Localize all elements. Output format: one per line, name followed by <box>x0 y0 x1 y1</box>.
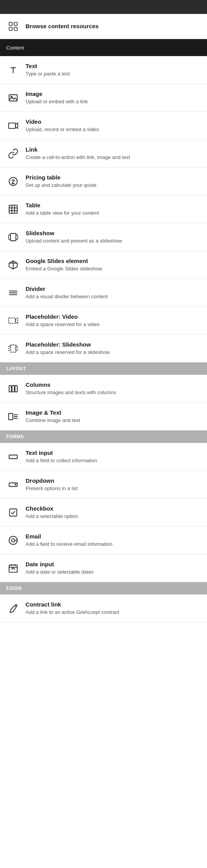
divider-item-subtitle: Add a visual divider between content <box>26 293 108 300</box>
slideshow-item-title: Slideshow <box>26 229 122 237</box>
google-slides-item-text: Google Slides element Embed a Google Sli… <box>26 257 102 273</box>
pricing-icon <box>6 174 20 188</box>
text-item[interactable]: Text Type or paste a text <box>0 56 207 84</box>
text-input-item-text: Text input Add a field to collect inform… <box>26 449 97 465</box>
pricing-table-item-title: Pricing table <box>26 174 97 181</box>
columns-item[interactable]: Columns Structure images and texts with … <box>0 375 207 403</box>
svg-rect-31 <box>12 385 14 391</box>
dropdown-item[interactable]: Dropdown Present options in a list <box>0 471 207 499</box>
svg-rect-43 <box>9 565 17 572</box>
svg-marker-26 <box>16 318 18 323</box>
dropdown-item-text: Dropdown Present options in a list <box>26 477 78 492</box>
google-slides-icon <box>6 258 20 272</box>
dropdown-icon <box>6 478 20 492</box>
date-input-item-subtitle: Add a date or selectable dates <box>26 569 94 576</box>
placeholder-video-item-title: Placeholder: Video <box>26 313 100 321</box>
contract-link-icon <box>6 601 20 615</box>
google-slides-item-title: Google Slides element <box>26 257 102 265</box>
svg-rect-27 <box>10 345 16 352</box>
google-slides-item[interactable]: Google Slides element Embed a Google Sli… <box>0 251 207 279</box>
image-item-text: Image Upload or embed with a link <box>26 90 88 106</box>
table-item-text: Table Add a table view for your content <box>26 202 99 217</box>
checkbox-icon <box>6 506 20 519</box>
link-item[interactable]: Link Create a call-to-action with link, … <box>0 140 207 167</box>
image-item[interactable]: Image Upload or embed with a link <box>0 84 207 112</box>
svg-rect-33 <box>9 413 12 419</box>
image-icon <box>6 91 20 105</box>
svg-rect-1 <box>14 22 17 26</box>
table-icon <box>6 202 20 216</box>
text-input-item-subtitle: Add a field to collect information <box>26 457 97 464</box>
date-input-icon <box>6 561 20 575</box>
svg-point-41 <box>12 538 15 542</box>
dropdown-item-title: Dropdown <box>26 477 78 485</box>
contract-link-item-text: Contract link Add a link to an active Ge… <box>26 601 119 616</box>
link-item-text: Link Create a call-to-action with link, … <box>26 146 130 161</box>
placeholder-video-item-subtitle: Add a space reserved for a video <box>26 321 100 328</box>
columns-item-text: Columns Structure images and texts with … <box>26 381 116 396</box>
link-item-title: Link <box>26 146 130 154</box>
placeholder-slideshow-item[interactable]: Placeholder: Slideshow Add a space reser… <box>0 335 207 362</box>
image-text-item-text: Image & Text Combine image and text <box>26 409 80 424</box>
table-item[interactable]: Table Add a table view for your content <box>0 195 207 223</box>
svg-line-47 <box>15 605 17 607</box>
image-text-item[interactable]: Image & Text Combine image and text <box>0 403 207 431</box>
svg-rect-8 <box>9 123 16 128</box>
layout-section-label: Layout <box>6 366 26 371</box>
video-item-subtitle: Upload, record or embed a video <box>26 126 99 133</box>
svg-rect-25 <box>9 318 16 323</box>
text-input-icon <box>6 450 20 464</box>
table-item-title: Table <box>26 202 99 209</box>
svg-rect-2 <box>9 27 12 30</box>
email-icon <box>6 533 20 547</box>
placeholder-video-item[interactable]: Placeholder: Video Add a space reserved … <box>0 307 207 335</box>
image-item-title: Image <box>26 90 88 98</box>
svg-rect-17 <box>9 235 10 239</box>
text-icon <box>6 63 20 77</box>
svg-rect-6 <box>9 94 17 101</box>
svg-rect-18 <box>16 235 18 239</box>
video-item[interactable]: Video Upload, record or embed a video <box>0 112 207 140</box>
placeholder-slideshow-icon <box>6 342 20 355</box>
text-input-item[interactable]: Text input Add a field to collect inform… <box>0 443 207 471</box>
video-item-text: Video Upload, record or embed a video <box>26 118 99 133</box>
text-input-item-title: Text input <box>26 449 97 457</box>
svg-rect-37 <box>9 455 17 458</box>
image-item-subtitle: Upload or embed with a link <box>26 98 88 105</box>
pricing-table-item-subtitle: Set up and calculate your quote <box>26 182 97 189</box>
columns-item-title: Columns <box>26 381 116 389</box>
divider-icon <box>6 286 20 300</box>
divider-item-text: Divider Add a visual divider between con… <box>26 285 108 301</box>
email-item-text: Email Add a field to receive email infor… <box>26 533 112 548</box>
svg-rect-39 <box>10 509 17 516</box>
date-input-item[interactable]: Date input Add a date or selectable date… <box>0 554 207 582</box>
link-item-subtitle: Create a call-to-action with link, image… <box>26 154 130 161</box>
content-section-header: Content <box>0 39 207 56</box>
pricing-table-item[interactable]: Pricing table Set up and calculate your … <box>0 167 207 195</box>
browse-content-resources[interactable]: Browse content resources <box>0 14 207 39</box>
image-text-item-subtitle: Combine image and text <box>26 417 80 424</box>
checkbox-item[interactable]: Checkbox Add a selectable option <box>0 499 207 526</box>
checkbox-item-text: Checkbox Add a selectable option <box>26 505 78 520</box>
columns-item-subtitle: Structure images and texts with columns <box>26 389 116 396</box>
email-item[interactable]: Email Add a field to receive email infor… <box>0 526 207 554</box>
contract-link-item-title: Contract link <box>26 601 119 608</box>
date-input-item-text: Date input Add a date or selectable date… <box>26 560 94 576</box>
slideshow-item[interactable]: Slideshow Upload content and present as … <box>0 223 207 251</box>
slideshow-item-text: Slideshow Upload content and present as … <box>26 229 122 245</box>
divider-item-title: Divider <box>26 285 108 293</box>
svg-rect-11 <box>9 205 17 213</box>
pricing-table-item-text: Pricing table Set up and calculate your … <box>26 174 97 189</box>
email-item-subtitle: Add a field to receive email information <box>26 541 112 548</box>
divider-item[interactable]: Divider Add a visual divider between con… <box>0 279 207 307</box>
esign-section-label: eSign <box>6 586 22 591</box>
top-bar <box>0 0 207 14</box>
email-item-title: Email <box>26 533 112 540</box>
placeholder-slideshow-item-text: Placeholder: Slideshow Add a space reser… <box>26 341 110 356</box>
google-slides-item-subtitle: Embed a Google Slides slideshow <box>26 265 102 272</box>
svg-rect-30 <box>9 385 12 391</box>
contract-link-item[interactable]: Contract link Add a link to an active Ge… <box>0 595 207 622</box>
link-icon <box>6 147 20 161</box>
text-item-subtitle: Type or paste a text <box>26 70 70 77</box>
table-item-subtitle: Add a table view for your content <box>26 210 99 217</box>
